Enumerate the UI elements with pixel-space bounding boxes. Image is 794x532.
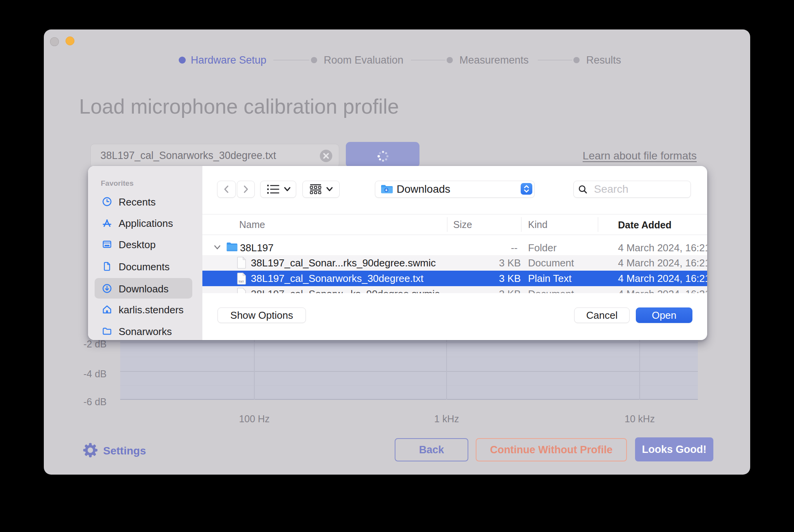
svg-text:TXT: TXT — [238, 280, 244, 283]
